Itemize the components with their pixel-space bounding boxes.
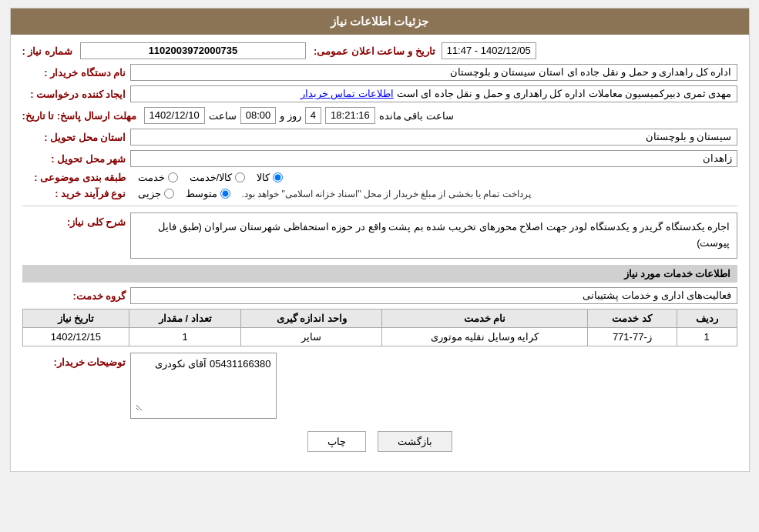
- col-date: تاریخ نیاز: [22, 309, 129, 328]
- category-radio-goods-service[interactable]: [235, 172, 245, 182]
- buyer-name-label: نام دستگاه خریدار :: [22, 67, 130, 79]
- announcement-date-value: 1402/12/05 - 11:47: [442, 42, 536, 59]
- purchase-type-note: پرداخت تمام یا بخشی از مبلغ خریدار از مح…: [242, 189, 531, 199]
- buyer-comments-row: توضیحات خریدار: 05431166380 آقای نکودری: [22, 353, 737, 419]
- print-button[interactable]: چاپ: [307, 431, 366, 452]
- buyer-name-row: نام دستگاه خریدار : اداره کل راهداری و ح…: [22, 64, 737, 81]
- category-option-goods-service[interactable]: کالا/خدمت: [190, 172, 246, 183]
- services-table: ردیف کد خدمت نام خدمت واحد اندازه گیری ت…: [22, 309, 737, 346]
- buyer-comments-label: توضیحات خریدار:: [22, 353, 130, 368]
- creator-contact-link[interactable]: اطلاعات تماس خریدار: [301, 88, 394, 99]
- col-row-number: ردیف: [677, 309, 737, 328]
- back-button[interactable]: بازگشت: [378, 431, 452, 452]
- category-option-goods[interactable]: کالا: [257, 172, 283, 183]
- deadline-remaining: 18:21:16: [325, 107, 375, 124]
- need-number-label: شماره نیاز :: [22, 45, 73, 57]
- delivery-city-value: زاهدان: [130, 150, 737, 167]
- delivery-province-label: استان محل تحویل :: [22, 132, 130, 143]
- need-number-value: 1102003972000735: [80, 42, 306, 59]
- purchase-type-radio-partial[interactable]: [164, 189, 174, 199]
- deadline-days-label: روز و: [280, 110, 301, 122]
- deadline-days: 4: [305, 107, 321, 124]
- purchase-type-label: نوع فرآیند خرید :: [22, 188, 130, 199]
- creator-value: مهدی ثمری دبیرکمیسیون معاملات اداره کل ر…: [130, 85, 737, 102]
- category-radio-goods[interactable]: [273, 172, 283, 182]
- deadline-time-label: ساعت: [209, 110, 237, 122]
- services-section-title: اطلاعات خدمات مورد نیاز: [22, 265, 737, 283]
- service-group-row: گروه خدمت: فعالیت‌های اداری و خدمات پشتی…: [22, 287, 737, 304]
- bottom-buttons: بازگشت چاپ: [22, 423, 737, 463]
- category-radio-group: خدمت کالا/خدمت کالا: [138, 172, 284, 183]
- buyer-comments-textarea[interactable]: [136, 373, 271, 411]
- purchase-type-partial-label: جزیی: [138, 188, 161, 199]
- cell-service-code: ز-77-771: [587, 328, 677, 346]
- cell-row-number: 1: [677, 328, 737, 346]
- creator-label: ایجاد کننده درخواست :: [22, 89, 130, 100]
- buyer-comments-value: 05431166380 آقای نکودری: [130, 353, 277, 419]
- category-option-goods-service-label: کالا/خدمت: [190, 172, 233, 183]
- deadline-remaining-label: ساعت باقی مانده: [379, 110, 454, 122]
- delivery-province-row: استان محل تحویل : سیستان و بلوچستان: [22, 129, 737, 146]
- category-radio-service[interactable]: [168, 172, 178, 182]
- divider-1: [22, 206, 737, 206]
- cell-date: 1402/12/15: [22, 328, 129, 346]
- purchase-type-radio-medium[interactable]: [220, 189, 230, 199]
- purchase-type-medium[interactable]: متوسط: [186, 188, 230, 199]
- table-header-row: ردیف کد خدمت نام خدمت واحد اندازه گیری ت…: [22, 309, 737, 328]
- services-table-container: ردیف کد خدمت نام خدمت واحد اندازه گیری ت…: [22, 309, 737, 346]
- purchase-type-radio-group: جزیی متوسط پرداخت تمام یا بخشی از مبلغ خ…: [138, 188, 531, 199]
- category-option-goods-label: کالا: [257, 172, 270, 183]
- category-row: طبقه بندی موضوعی : خدمت کالا/خدمت کالا: [22, 172, 737, 183]
- purchase-type-medium-label: متوسط: [186, 188, 217, 199]
- col-quantity: تعداد / مقدار: [129, 309, 241, 328]
- category-option-service[interactable]: خدمت: [138, 172, 178, 183]
- col-unit: واحد اندازه گیری: [241, 309, 382, 328]
- category-label: طبقه بندی موضوعی :: [22, 172, 130, 183]
- deadline-row: مهلت ارسال پاسخ: تا تاریخ: 1402/12/10 سا…: [22, 107, 737, 124]
- delivery-province-value: سیستان و بلوچستان: [130, 129, 737, 146]
- deadline-time: 08:00: [240, 107, 277, 124]
- top-info-row: شماره نیاز : 1102003972000735 تاریخ و سا…: [22, 42, 737, 59]
- description-value: اجاره یکدستگاه گریدر و یکدستگاه لودر جهت…: [130, 212, 737, 259]
- content-area: شماره نیاز : 1102003972000735 تاریخ و سا…: [11, 35, 749, 471]
- delivery-city-row: شهر محل تحویل : زاهدان: [22, 150, 737, 167]
- cell-unit: سایر: [241, 328, 382, 346]
- main-container: جزئیات اطلاعات نیاز شماره نیاز : 1102003…: [10, 8, 750, 472]
- deadline-label: مهلت ارسال پاسخ: تا تاریخ:: [22, 110, 140, 122]
- col-service-name: نام خدمت: [382, 309, 588, 328]
- deadline-parts: 1402/12/10 ساعت 08:00 روز و 4 18:21:16 س…: [144, 107, 737, 124]
- delivery-city-label: شهر محل تحویل :: [22, 153, 130, 165]
- category-option-service-label: خدمت: [138, 172, 165, 183]
- description-label: شرح کلی نیاز:: [22, 212, 130, 228]
- creator-row: ایجاد کننده درخواست : مهدی ثمری دبیرکمیس…: [22, 85, 737, 102]
- service-group-label: گروه خدمت:: [22, 290, 130, 302]
- purchase-type-row: نوع فرآیند خرید : جزیی متوسط پرداخت تمام…: [22, 188, 737, 199]
- table-row: 1 ز-77-771 کرایه وسایل نقلیه موتوری سایر…: [22, 328, 737, 346]
- col-service-code: کد خدمت: [587, 309, 677, 328]
- purchase-type-partial[interactable]: جزیی: [138, 188, 174, 199]
- announcement-date-row: تاریخ و ساعت اعلان عمومی: 1402/12/05 - 1…: [314, 42, 737, 59]
- buyer-name-value: اداره کل راهداری و حمل و نقل جاده ای است…: [130, 64, 737, 81]
- deadline-date: 1402/12/10: [144, 107, 205, 124]
- cell-quantity: 1: [129, 328, 241, 346]
- page-title: جزئیات اطلاعات نیاز: [331, 15, 428, 28]
- cell-service-name: کرایه وسایل نقلیه موتوری: [382, 328, 588, 346]
- announcement-label: تاریخ و ساعت اعلان عمومی:: [314, 45, 435, 57]
- service-group-value: فعالیت‌های اداری و خدمات پشتیبانی: [130, 287, 737, 304]
- description-row: شرح کلی نیاز: اجاره یکدستگاه گریدر و یکد…: [22, 212, 737, 259]
- page-header: جزئیات اطلاعات نیاز: [11, 8, 749, 35]
